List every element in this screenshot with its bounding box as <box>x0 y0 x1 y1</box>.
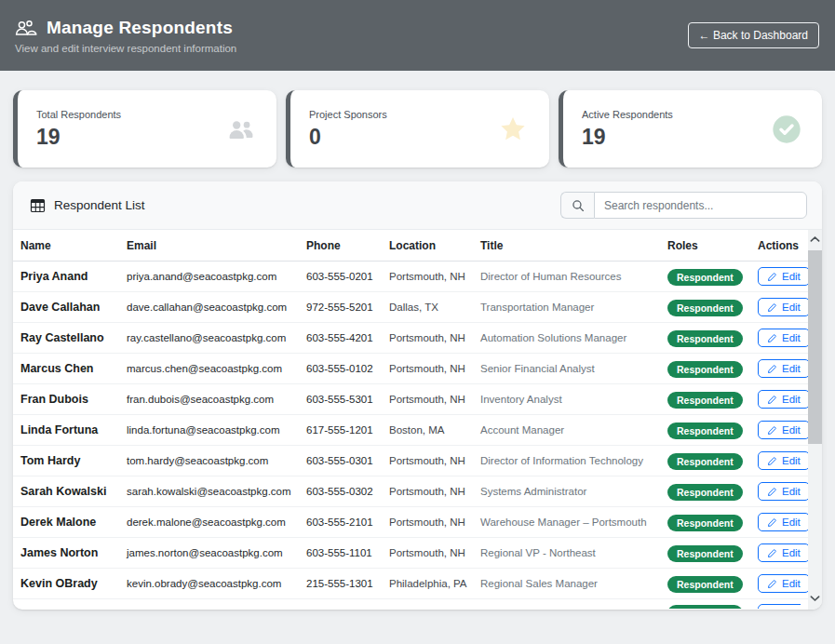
respondent-title: Automation Solutions Manager <box>473 323 660 354</box>
respondent-actions-cell: Edit <box>750 292 808 323</box>
respondent-actions-cell: Edit <box>750 262 808 292</box>
respondent-location: Portsmouth, NH <box>382 507 473 538</box>
respondent-location: Dallas, TX <box>382 292 473 323</box>
check-circle-icon <box>772 114 801 144</box>
respondent-phone: 972-555-5201 <box>299 292 382 323</box>
respondent-roles-cell: Respondent <box>660 384 750 415</box>
respondent-name: Priya Anand <box>13 262 119 292</box>
stat-label: Total Respondents <box>36 109 121 120</box>
edit-button[interactable]: Edit <box>758 513 808 531</box>
scrollbar-down-button[interactable] <box>808 589 822 608</box>
table-row: Fran Dubois fran.dubois@seacoastpkg.com … <box>13 384 808 415</box>
respondent-name: Sarah Kowalski <box>13 476 119 507</box>
edit-button[interactable]: Edit <box>758 329 808 347</box>
respondent-email: fran.dubois@seacoastpkg.com <box>119 384 299 415</box>
respondent-phone: 603-555-5301 <box>299 384 382 415</box>
role-badge: Respondent <box>667 576 743 593</box>
respondent-email: kevin.obrady@seacoastpkg.com <box>119 569 299 599</box>
respondent-actions-cell: Edit <box>750 323 808 354</box>
table-row: Ray Castellano ray.castellano@seacoastpk… <box>13 323 808 354</box>
edit-button[interactable]: Edit <box>758 298 808 316</box>
respondent-name: James Norton <box>13 538 119 569</box>
table-row: Kevin OBrady kevin.obrady@seacoastpkg.co… <box>13 569 808 599</box>
edit-button[interactable]: Edit <box>758 482 808 501</box>
stat-value: 0 <box>309 125 387 150</box>
edit-button[interactable]: Edit <box>758 574 808 593</box>
table-row: Respondent Edit <box>13 599 808 610</box>
respondent-title <box>473 599 660 610</box>
respondent-title: Transportation Manager <box>473 292 660 323</box>
respondent-title: Systems Administrator <box>473 476 660 507</box>
table-header-row: Name Email Phone Location Title Roles Ac… <box>13 230 808 262</box>
role-badge: Respondent <box>667 453 743 470</box>
respondent-title: Director of Human Resources <box>473 262 660 292</box>
stat-value: 19 <box>582 125 673 150</box>
respondent-location: Portsmouth, NH <box>382 384 473 415</box>
respondent-location: Portsmouth, NH <box>382 446 473 476</box>
respondent-phone: 603-555-0301 <box>299 446 382 476</box>
respondent-email: james.norton@seacoastpkg.com <box>119 538 299 569</box>
respondent-title: Regional Sales Manager <box>473 569 660 599</box>
respondent-list-header: Respondent List <box>13 181 822 230</box>
pencil-icon <box>767 333 777 343</box>
respondent-email: priya.anand@seacoastpkg.com <box>119 262 299 292</box>
role-badge: Respondent <box>667 330 743 347</box>
stat-label: Active Respondents <box>582 109 673 120</box>
scrollbar-thumb[interactable] <box>808 250 822 444</box>
respondent-actions-cell: Edit <box>750 507 808 538</box>
table-row: Dave Callahan dave.callahan@seacoastpkg.… <box>13 292 808 323</box>
back-to-dashboard-button[interactable]: ← Back to Dashboard <box>688 22 819 48</box>
role-badge: Respondent <box>667 269 743 286</box>
respondent-table-body: Priya Anand priya.anand@seacoastpkg.com … <box>13 262 808 610</box>
respondent-location: Portsmouth, NH <box>382 262 473 292</box>
page-header: Manage Respondents View and edit intervi… <box>0 0 835 71</box>
respondent-roles-cell: Respondent <box>660 354 750 384</box>
pencil-icon <box>767 364 777 374</box>
column-header-title: Title <box>473 230 660 262</box>
table-row: Marcus Chen marcus.chen@seacoastpkg.com … <box>13 354 808 384</box>
role-badge: Respondent <box>667 515 743 531</box>
respondent-phone: 603-555-0102 <box>299 354 382 384</box>
respondent-roles-cell: Respondent <box>660 292 750 323</box>
column-header-location: Location <box>382 230 473 262</box>
pencil-icon <box>767 272 777 282</box>
respondent-actions-cell: Edit <box>750 599 808 610</box>
search-input[interactable] <box>594 192 807 219</box>
pencil-icon <box>767 487 777 497</box>
chevron-up-icon <box>810 235 820 243</box>
respondent-actions-cell: Edit <box>750 569 808 599</box>
role-badge: Respondent <box>667 392 743 409</box>
respondent-roles-cell: Respondent <box>660 323 750 354</box>
respondent-phone: 603-555-0302 <box>299 476 382 507</box>
scrollbar-up-button[interactable] <box>808 230 822 248</box>
edit-button[interactable]: Edit <box>758 359 808 378</box>
column-header-phone: Phone <box>299 230 382 262</box>
pencil-icon <box>767 302 777 313</box>
edit-button[interactable]: Edit <box>758 390 808 409</box>
respondent-phone: 603-555-1101 <box>299 538 382 569</box>
list-title: Respondent List <box>54 198 145 212</box>
respondent-list-card: Respondent List Name Email Phone <box>13 181 822 610</box>
respondent-phone: 603-555-2101 <box>299 507 382 538</box>
respondent-actions-cell: Edit <box>750 538 808 569</box>
stat-cards: Total Respondents 19 Project Sponsors 0 … <box>13 90 822 168</box>
respondent-actions-cell: Edit <box>750 384 808 415</box>
respondent-location: Portsmouth, NH <box>382 538 473 569</box>
role-badge: Respondent <box>667 300 743 316</box>
respondent-email: dave.callahan@seacoastpkg.com <box>119 292 299 323</box>
respondent-title: Warehouse Manager – Portsmouth <box>473 507 660 538</box>
edit-button[interactable]: Edit <box>758 421 808 439</box>
edit-button[interactable]: Edit <box>758 267 808 286</box>
table-row: Tom Hardy tom.hardy@seacoastpkg.com 603-… <box>13 446 808 476</box>
respondent-name: Tom Hardy <box>13 446 119 476</box>
search-group <box>560 192 807 219</box>
respondent-location: Philadelphia, PA <box>382 569 473 599</box>
edit-button[interactable]: Edit <box>758 543 808 562</box>
respondent-roles-cell: Respondent <box>660 446 750 476</box>
edit-button[interactable]: Edit <box>758 451 808 470</box>
respondent-actions-cell: Edit <box>750 476 808 507</box>
edit-button[interactable]: Edit <box>758 604 801 609</box>
table-scrollbar[interactable] <box>808 230 822 610</box>
pencil-icon <box>767 609 777 610</box>
respondent-phone: 603-555-4201 <box>299 323 382 354</box>
